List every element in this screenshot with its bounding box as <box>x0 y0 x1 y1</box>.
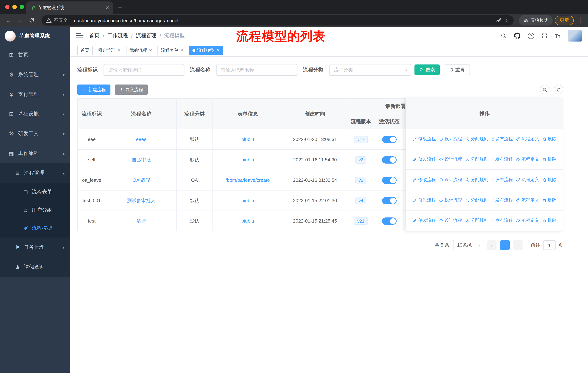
goto-page-input[interactable] <box>543 240 556 250</box>
fullscreen-icon[interactable] <box>541 33 547 39</box>
tab-my-process[interactable]: 我的流程 ✕ <box>126 46 155 55</box>
process-name-link[interactable]: 测试多审批人 <box>127 197 156 204</box>
sidebar-item-system[interactable]: ⚙ 系统管理 ▾ <box>0 65 70 84</box>
new-tab-icon[interactable]: + <box>118 4 122 11</box>
assign-rule-link[interactable]: 分配规则 <box>465 197 488 203</box>
reload-icon[interactable] <box>27 16 36 25</box>
design-process-link[interactable]: 设计流程 <box>439 217 462 224</box>
bookmark-star-icon[interactable]: ☆ <box>504 17 509 24</box>
font-size-icon[interactable]: TT <box>555 33 560 39</box>
process-definition-link[interactable]: 流程定义 <box>516 136 539 142</box>
assign-rule-link[interactable]: 分配规则 <box>465 217 488 224</box>
delete-link[interactable]: 删除 <box>542 217 556 224</box>
sidebar-item-devtools[interactable]: ⚒ 研发工具 ▾ <box>0 124 70 143</box>
help-icon[interactable]: ? <box>528 33 534 39</box>
sidebar-item-workflow[interactable]: ▦ 工作流程 ▴ <box>0 143 70 163</box>
sidebar-item-process-model[interactable]: 流程模型 <box>0 219 70 238</box>
form-info-link[interactable]: /bpm/oa/leave/create <box>226 177 270 183</box>
key-icon[interactable] <box>496 18 501 23</box>
sidebar-item-process-form[interactable]: ❏ 流程表单 <box>0 183 70 201</box>
process-name-link[interactable]: 自己审批 <box>132 156 151 163</box>
user-avatar[interactable] <box>567 30 582 41</box>
sidebar-item-home[interactable]: ⊞ 首页 <box>0 45 70 65</box>
edit-process-link[interactable]: 修改流程 <box>413 136 436 142</box>
process-definition-link[interactable]: 流程定义 <box>516 156 539 162</box>
process-definition-link[interactable]: 流程定义 <box>516 197 539 203</box>
sidebar-item-process-management[interactable]: ≣ 流程管理 ▴ <box>0 163 70 183</box>
publish-process-link[interactable]: ☝ 发布流程 <box>492 136 513 142</box>
show-search-button[interactable] <box>540 85 549 94</box>
sidebar-item-leave-query[interactable]: ♟ 请假查询 <box>0 257 70 277</box>
security-indicator[interactable]: 不安全 <box>46 17 68 24</box>
edit-process-link[interactable]: 修改流程 <box>413 217 436 224</box>
close-icon[interactable]: ✕ <box>216 48 220 53</box>
refresh-table-button[interactable] <box>554 85 563 94</box>
import-process-button[interactable]: 导入流程 <box>115 84 148 95</box>
collapse-sidebar-icon[interactable] <box>76 32 84 39</box>
url-bar[interactable]: 不安全 dashboard.yudao.iocoder.cn/bpm/manag… <box>42 15 514 26</box>
close-icon[interactable]: ✕ <box>117 48 121 53</box>
design-process-link[interactable]: 设计流程 <box>439 136 462 142</box>
tab-close-icon[interactable]: ✕ <box>105 5 109 10</box>
publish-process-link[interactable]: ☝ 发布流程 <box>492 197 513 203</box>
delete-link[interactable]: 删除 <box>542 156 556 162</box>
back-icon[interactable]: ← <box>4 16 13 25</box>
publish-process-link[interactable]: ☝ 发布流程 <box>492 177 513 183</box>
process-definition-link[interactable]: 流程定义 <box>516 177 539 183</box>
search-button[interactable]: 搜索 <box>414 64 440 75</box>
github-icon[interactable] <box>514 32 520 39</box>
forward-icon[interactable]: → <box>15 16 25 25</box>
assign-rule-link[interactable]: 分配规则 <box>465 177 488 183</box>
edit-process-link[interactable]: 修改流程 <box>413 156 436 162</box>
page-number-1[interactable]: 1 <box>500 240 510 250</box>
process-name-input[interactable] <box>216 64 297 76</box>
zoom-window-icon[interactable] <box>20 5 24 9</box>
sidebar-item-payment[interactable]: ¥ 支付管理 ▾ <box>0 84 70 104</box>
publish-process-link[interactable]: ☝ 发布流程 <box>492 217 513 224</box>
active-toggle[interactable] <box>382 197 397 204</box>
tab-home[interactable]: 首页 <box>77 46 93 55</box>
process-key-input[interactable] <box>104 64 184 76</box>
create-process-button[interactable]: ＋ 新建流程 <box>77 84 110 95</box>
assign-rule-link[interactable]: 分配规则 <box>465 156 488 162</box>
next-page-button[interactable]: › <box>513 240 523 250</box>
close-icon[interactable]: ✕ <box>180 48 184 53</box>
process-name-link[interactable]: 滔博 <box>136 218 146 224</box>
form-info-link[interactable]: biubiu <box>241 157 254 162</box>
close-icon[interactable]: ✕ <box>149 48 152 53</box>
close-window-icon[interactable] <box>5 5 10 9</box>
update-button[interactable]: 更新 <box>555 16 574 25</box>
tab-tenant-management[interactable]: 租户管理 ✕ <box>95 46 124 55</box>
design-process-link[interactable]: 设计流程 <box>439 156 462 162</box>
sidebar-item-user-group[interactable]: ☺ 用户分组 <box>0 201 70 219</box>
active-toggle[interactable] <box>382 156 397 163</box>
breadcrumb-item[interactable]: 流程管理 <box>136 32 156 39</box>
edit-process-link[interactable]: 修改流程 <box>413 177 436 183</box>
delete-link[interactable]: 删除 <box>542 136 556 142</box>
assign-rule-link[interactable]: 分配规则 <box>465 136 488 142</box>
design-process-link[interactable]: 设计流程 <box>439 177 462 183</box>
search-icon[interactable] <box>500 33 506 39</box>
sidebar-item-task-management[interactable]: ⚑ 任务管理 ▾ <box>0 238 70 257</box>
publish-process-link[interactable]: ☝ 发布流程 <box>492 156 513 162</box>
active-toggle[interactable] <box>382 176 397 184</box>
process-category-select[interactable]: 流程分类 ▾ <box>329 64 411 76</box>
incognito-profile-chip[interactable]: 无痕模式 <box>519 15 553 26</box>
minimize-window-icon[interactable] <box>12 5 17 9</box>
form-info-link[interactable]: biubiu <box>241 198 254 203</box>
form-info-link[interactable]: biubiu <box>241 218 254 224</box>
tab-process-form[interactable]: 流程表单 ✕ <box>158 46 187 55</box>
browser-tab[interactable]: 芋道管理系统 ✕ <box>26 1 113 14</box>
page-size-select[interactable]: 10条/页 ▾ <box>453 240 483 250</box>
design-process-link[interactable]: 设计流程 <box>439 197 462 203</box>
process-definition-link[interactable]: 流程定义 <box>516 217 539 224</box>
browser-menu-icon[interactable]: ⋮ <box>576 17 584 24</box>
edit-process-link[interactable]: 修改流程 <box>413 197 436 203</box>
sidebar-item-infrastructure[interactable]: ⊡ 基础设施 ▾ <box>0 104 70 124</box>
active-toggle[interactable] <box>382 217 397 225</box>
process-name-link[interactable]: eeee <box>136 137 147 142</box>
breadcrumb-item[interactable]: 首页 <box>89 32 100 39</box>
form-info-link[interactable]: biubiu <box>241 137 254 142</box>
tab-process-model[interactable]: 流程模型 ✕ <box>189 46 223 55</box>
process-name-link[interactable]: OA 请假 <box>133 177 150 183</box>
